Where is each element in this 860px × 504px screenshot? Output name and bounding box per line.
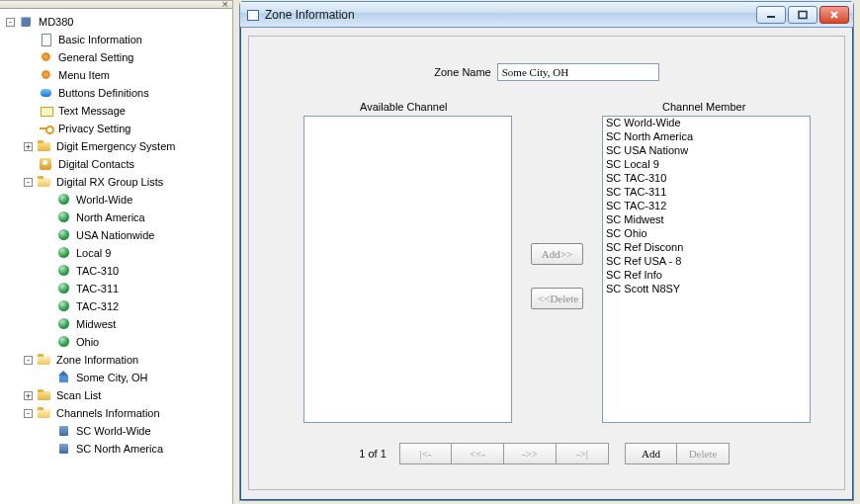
pager-delete-button[interactable]: Delete (677, 443, 730, 464)
globe-icon (56, 210, 72, 224)
client-area: Zone Name Available Channel Channel Memb… (248, 36, 845, 490)
expander-icon[interactable]: + (24, 142, 33, 151)
tree-item-label: Zone Information (56, 354, 138, 366)
tree-item-11[interactable]: -Channels Information (4, 404, 232, 422)
tree-item-label: Digital Contacts (58, 158, 134, 170)
tree-item-label: Local 9 (76, 247, 111, 259)
list-item[interactable]: SC Ref USA - 8 (603, 255, 810, 269)
msg-icon (39, 104, 54, 118)
gear-icon (39, 68, 54, 82)
available-channel-listbox[interactable] (303, 116, 512, 423)
channel-member-listbox[interactable]: SC World-WideSC North AmericaSC USA Nati… (602, 116, 811, 423)
titlebar[interactable]: Zone Information (240, 2, 853, 28)
list-item[interactable]: SC North America (603, 130, 810, 144)
expander-icon[interactable]: - (24, 409, 33, 418)
tree-item-9[interactable]: -Zone Information (4, 351, 232, 369)
folder-open-icon (37, 353, 52, 367)
pager-first-button[interactable]: |<- (399, 443, 452, 464)
tree-item-label: Scan List (56, 389, 101, 401)
tree-item-9-0[interactable]: Some City, OH (4, 369, 232, 386)
globe-icon (56, 264, 72, 278)
list-item[interactable]: SC TAC-310 (603, 172, 810, 186)
tree-item-8-1[interactable]: North America (4, 209, 232, 226)
pager-last-button[interactable]: ->| (557, 443, 609, 464)
tree-item-8[interactable]: -Digital RX Group Lists (4, 173, 232, 191)
page-icon (39, 33, 54, 46)
tree-item-0[interactable]: Basic Information (4, 31, 232, 48)
tree-item-11-1[interactable]: SC North America (4, 440, 232, 458)
tree-item-7[interactable]: Digital Contacts (4, 155, 232, 173)
tree-item-label: World-Wide (76, 194, 132, 206)
list-item[interactable]: SC World-Wide (603, 117, 810, 130)
tree-item-label: North America (76, 211, 145, 223)
add-to-member-button[interactable]: Add>> (531, 243, 583, 265)
tree-item-11-0[interactable]: SC World-Wide (4, 422, 232, 440)
pager-add-button[interactable]: Add (625, 443, 677, 464)
tree-item-3[interactable]: Buttons Definitions (4, 84, 232, 102)
pager-next-button[interactable]: ->> (504, 443, 557, 464)
maximize-button[interactable] (788, 6, 817, 24)
remove-from-member-button[interactable]: <<Delete (531, 288, 583, 309)
tree-item-label: Digital RX Group Lists (56, 176, 163, 188)
tree-item-label: SC North America (76, 443, 163, 455)
tree-item-8-4[interactable]: TAC-310 (4, 262, 232, 280)
key-icon (39, 122, 54, 135)
tree-item-2[interactable]: Menu Item (4, 66, 232, 84)
tree-item-1[interactable]: General Setting (4, 48, 232, 66)
expander-icon[interactable]: - (6, 18, 15, 27)
tree-item-root[interactable]: -MD380 (4, 13, 232, 31)
zone-name-input[interactable] (497, 63, 659, 81)
close-button[interactable] (819, 6, 849, 24)
tree-panel-close-icon[interactable]: × (222, 0, 228, 10)
expander-icon[interactable]: + (24, 391, 33, 400)
window-title: Zone Information (265, 8, 756, 22)
globe-icon (56, 299, 72, 313)
tree-item-8-6[interactable]: TAC-312 (4, 297, 232, 315)
list-item[interactable]: SC Midwest (603, 213, 810, 227)
globe-icon (56, 335, 72, 349)
tree-item-8-5[interactable]: TAC-311 (4, 280, 232, 297)
list-item[interactable]: SC Scott N8SY (603, 283, 810, 296)
list-item[interactable]: SC TAC-312 (603, 200, 810, 213)
pager: 1 of 1 |<- <<- ->> ->| Add Delete (346, 443, 730, 464)
tree-item-8-7[interactable]: Midwest (4, 315, 232, 333)
globe-icon (56, 228, 72, 242)
tree-item-8-8[interactable]: Ohio (4, 333, 232, 351)
tree-item-label: SC World-Wide (76, 425, 151, 437)
list-item[interactable]: SC TAC-311 (603, 186, 810, 200)
globe-icon (56, 282, 72, 295)
pager-prev-button[interactable]: <<- (452, 443, 504, 464)
available-channel-header: Available Channel (360, 101, 447, 113)
globe-icon (56, 246, 72, 260)
list-item[interactable]: SC Ohio (603, 227, 810, 241)
expander-icon[interactable]: - (24, 178, 33, 187)
channel-member-header: Channel Member (662, 101, 745, 113)
tree-item-8-3[interactable]: Local 9 (4, 244, 232, 262)
list-item[interactable]: SC Ref Disconn (603, 241, 810, 255)
tree-item-5[interactable]: Privacy Setting (4, 120, 232, 137)
minimize-button[interactable] (756, 6, 786, 24)
tree-item-label: Text Message (58, 105, 126, 117)
list-item[interactable]: SC USA Nationw (603, 144, 810, 158)
gear-icon (39, 50, 54, 64)
tree-item-10[interactable]: +Scan List (4, 386, 232, 404)
tree-item-label: Ohio (76, 336, 99, 348)
radio-icon (56, 442, 72, 456)
tree-item-8-0[interactable]: World-Wide (4, 191, 232, 209)
tree-item-4[interactable]: Text Message (4, 102, 232, 120)
tree-panel-header: × (0, 1, 232, 9)
tree-item-label: Privacy Setting (58, 123, 130, 134)
list-item[interactable]: SC Ref Info (603, 269, 810, 283)
list-item[interactable]: SC Local 9 (603, 158, 810, 172)
tree-item-label: Midwest (76, 318, 116, 330)
tree-item-8-2[interactable]: USA Nationwide (4, 226, 232, 244)
tree-item-6[interactable]: +Digit Emergency System (4, 137, 232, 155)
contacts-icon (39, 157, 54, 171)
tree-item-label: Channels Information (56, 407, 160, 419)
globe-icon (56, 193, 72, 207)
folder-open-icon (37, 175, 52, 189)
tree-view[interactable]: -MD380Basic InformationGeneral SettingMe… (0, 9, 232, 504)
expander-icon[interactable]: - (24, 356, 33, 365)
device-icon (19, 15, 35, 29)
tree-item-label: Menu Item (58, 69, 110, 81)
